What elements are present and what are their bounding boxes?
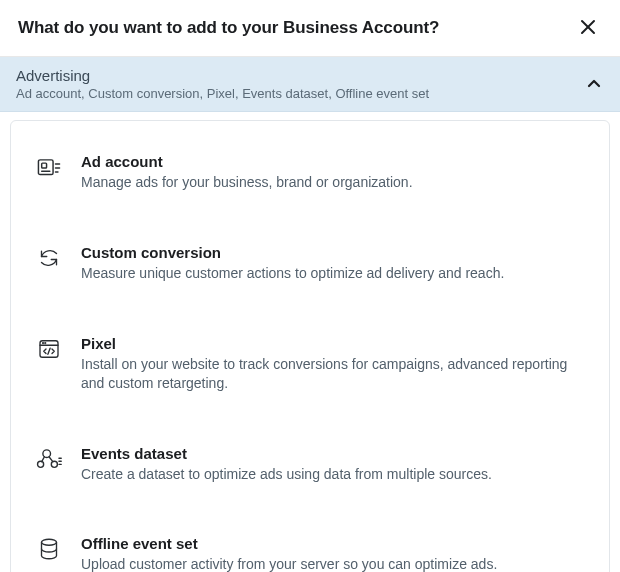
svg-point-14 [38,461,44,467]
add-asset-modal: What do you want to add to your Business… [0,0,620,572]
option-desc: Install on your website to track convers… [81,355,585,393]
option-offline-event-set[interactable]: Offline event set Upload customer activi… [29,509,591,572]
svg-line-17 [49,456,53,461]
option-desc: Upload customer activity from your serve… [81,555,585,572]
ad-account-icon [35,155,63,181]
svg-line-16 [42,456,45,461]
modal-title: What do you want to add to your Business… [18,18,439,38]
svg-point-15 [51,461,57,467]
options-panel: Ad account Manage ads for your business,… [10,120,610,572]
option-text: Events dataset Create a dataset to optim… [81,445,585,484]
close-icon [580,19,596,38]
option-title: Ad account [81,153,585,170]
section-header-text: Advertising Ad account, Custom conversio… [16,67,429,101]
svg-line-12 [48,348,50,354]
section-subtitle: Ad account, Custom conversion, Pixel, Ev… [16,86,429,101]
option-events-dataset[interactable]: Events dataset Create a dataset to optim… [29,419,591,510]
svg-point-11 [45,342,46,343]
option-title: Offline event set [81,535,585,552]
option-title: Pixel [81,335,585,352]
option-desc: Manage ads for your business, brand or o… [81,173,585,192]
option-title: Events dataset [81,445,585,462]
option-ad-account[interactable]: Ad account Manage ads for your business,… [29,127,591,218]
pixel-icon [35,337,63,361]
option-desc: Measure unique customer actions to optim… [81,264,585,283]
svg-point-10 [43,342,44,343]
option-text: Ad account Manage ads for your business,… [81,153,585,192]
modal-header: What do you want to add to your Business… [0,0,620,57]
option-text: Offline event set Upload customer activi… [81,535,585,572]
nodes-icon [35,447,63,471]
close-button[interactable] [574,14,602,42]
section-title: Advertising [16,67,429,84]
refresh-icon [35,246,63,270]
option-text: Pixel Install on your website to track c… [81,335,585,393]
option-custom-conversion[interactable]: Custom conversion Measure unique custome… [29,218,591,309]
section-header-advertising[interactable]: Advertising Ad account, Custom conversio… [0,57,620,112]
option-desc: Create a dataset to optimize ads using d… [81,465,585,484]
svg-rect-2 [38,160,53,175]
svg-point-21 [42,540,57,546]
option-title: Custom conversion [81,244,585,261]
chevron-up-icon [580,70,604,98]
option-text: Custom conversion Measure unique custome… [81,244,585,283]
option-pixel[interactable]: Pixel Install on your website to track c… [29,309,591,419]
database-icon [35,537,63,561]
svg-rect-3 [42,163,47,168]
